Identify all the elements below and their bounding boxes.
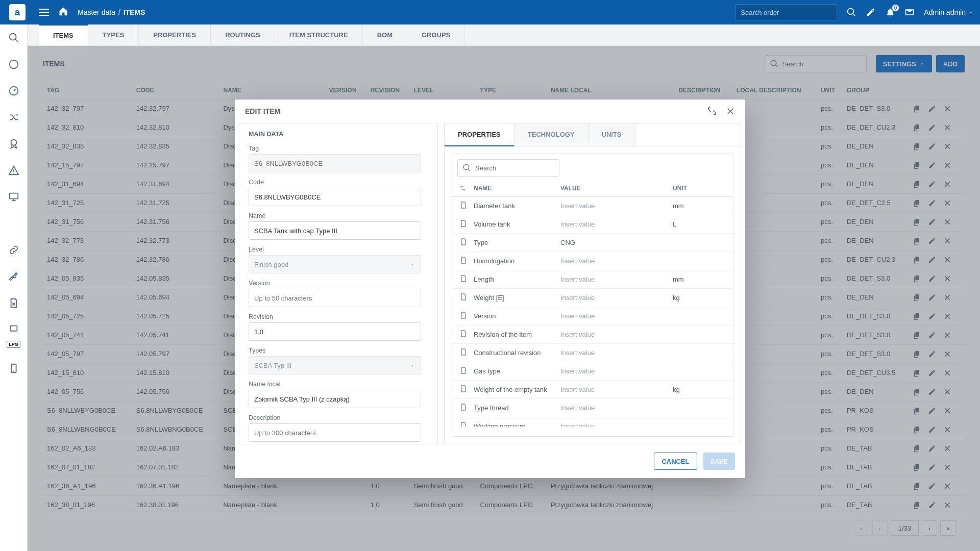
property-row[interactable]: Volume tankInsert valueL xyxy=(452,215,733,234)
rail-circle-icon[interactable] xyxy=(8,58,20,70)
namelocal-input[interactable] xyxy=(249,390,421,408)
property-row[interactable]: VersionInsert value xyxy=(452,307,733,325)
breadcrumb-current: ITEMS xyxy=(124,8,145,16)
level-select[interactable]: Finish good xyxy=(249,255,421,273)
mail-icon[interactable] xyxy=(904,7,915,17)
svg-point-2 xyxy=(9,60,18,69)
level-label: Level xyxy=(249,246,421,253)
file-icon xyxy=(459,256,468,264)
rail-award-icon[interactable] xyxy=(8,138,20,150)
prop-header-value: VALUE xyxy=(560,185,673,193)
property-row[interactable]: Gas typeInsert value xyxy=(452,362,733,381)
tab-item-structure[interactable]: ITEM STRUCTURE xyxy=(275,24,363,45)
rail-monitor-icon[interactable] xyxy=(8,191,20,203)
svg-rect-7 xyxy=(9,193,18,199)
rail-alert-icon[interactable] xyxy=(8,164,20,177)
file-icon xyxy=(459,238,468,246)
tab-bom[interactable]: BOM xyxy=(363,24,407,45)
rail-shuffle-icon[interactable] xyxy=(8,111,20,123)
property-row[interactable]: Weight of the empty tankInsert valuekg xyxy=(452,381,733,399)
property-row[interactable]: Type threadInsert value xyxy=(452,399,733,417)
notification-badge: 0 xyxy=(892,4,900,12)
prop-header-name: NAME xyxy=(474,185,560,193)
expand-all-icon[interactable] xyxy=(459,185,474,193)
file-icon xyxy=(459,366,468,374)
tag-label: Tag xyxy=(249,145,421,152)
menu-toggle[interactable] xyxy=(39,9,49,16)
notification-icon[interactable]: 0 xyxy=(885,7,895,17)
property-row[interactable]: Revision of the itemInsert value xyxy=(452,325,733,344)
edit-item-modal: EDIT ITEM MAIN DATA Tag Code Name Level … xyxy=(235,99,745,478)
property-row[interactable]: Weight [E]Insert valuekg xyxy=(452,289,733,307)
tab-properties[interactable]: PROPERTIES xyxy=(445,123,514,146)
namelocal-label: Name local xyxy=(249,381,421,388)
search-order-input[interactable] xyxy=(735,4,837,20)
rail-link-icon[interactable] xyxy=(8,244,20,256)
property-row[interactable]: TypeCNG xyxy=(452,234,733,252)
file-icon xyxy=(459,348,468,356)
close-icon[interactable] xyxy=(726,107,735,116)
user-menu[interactable]: Admin admin xyxy=(924,8,974,16)
code-label: Code xyxy=(249,179,421,186)
app-logo[interactable]: a xyxy=(9,4,26,20)
property-row[interactable]: Working pressureInsert value xyxy=(452,417,733,427)
modal-title: EDIT ITEM xyxy=(245,107,280,115)
name-input[interactable] xyxy=(249,221,421,240)
version-label: Version xyxy=(249,280,421,287)
file-icon xyxy=(459,330,468,338)
expand-icon[interactable] xyxy=(707,107,717,116)
property-search-input[interactable] xyxy=(457,159,559,177)
rail-lpg-icon[interactable] xyxy=(8,323,20,336)
version-input[interactable] xyxy=(249,289,421,307)
description-label: Description xyxy=(249,414,421,421)
tab-items[interactable]: ITEMS xyxy=(39,24,88,45)
tab-types[interactable]: TYPES xyxy=(88,24,139,45)
cancel-button[interactable]: CANCEL xyxy=(654,453,697,470)
types-label: Types xyxy=(249,347,421,354)
breadcrumb: Master data / ITEMS xyxy=(78,8,145,16)
save-button[interactable]: SAVE xyxy=(703,453,735,470)
rail-gauge-icon[interactable] xyxy=(8,85,20,97)
revision-label: Revision xyxy=(249,313,421,320)
description-input[interactable] xyxy=(249,423,421,442)
rail-search-icon[interactable] xyxy=(8,32,20,44)
file-icon xyxy=(459,219,468,228)
svg-point-0 xyxy=(9,34,16,40)
file-icon xyxy=(459,274,468,283)
tab-routings[interactable]: ROUTINGS xyxy=(211,24,275,45)
tab-units[interactable]: UNITS xyxy=(589,123,635,146)
property-row[interactable]: LengthInsert valuemm xyxy=(452,270,733,289)
tab-properties[interactable]: PROPERTIES xyxy=(139,24,211,45)
edit-icon[interactable] xyxy=(866,7,876,17)
types-select[interactable]: SCBA Typ III xyxy=(249,356,421,374)
property-row[interactable]: HomologationInsert value xyxy=(452,252,733,270)
name-label: Name xyxy=(249,212,421,219)
breadcrumb-parent[interactable]: Master data xyxy=(78,8,115,16)
file-icon xyxy=(459,311,468,319)
code-input[interactable] xyxy=(249,188,421,206)
svg-rect-15 xyxy=(10,326,17,331)
file-icon xyxy=(459,293,468,301)
file-icon xyxy=(459,385,468,393)
svg-point-4 xyxy=(11,140,16,145)
home-icon[interactable] xyxy=(58,6,68,18)
file-icon xyxy=(459,201,468,209)
rail-mobile-icon[interactable] xyxy=(8,362,20,374)
revision-input[interactable] xyxy=(249,322,421,341)
search-icon[interactable] xyxy=(846,7,856,17)
tab-technology[interactable]: TECHNOLOGY xyxy=(514,123,589,146)
main-data-title: MAIN DATA xyxy=(249,131,432,138)
file-icon xyxy=(459,403,468,411)
svg-line-1 xyxy=(15,39,18,42)
tab-groups[interactable]: GROUPS xyxy=(407,24,465,45)
file-icon xyxy=(459,421,468,427)
rail-file-x-icon[interactable] xyxy=(8,297,20,309)
rail-lpg-label: LPG xyxy=(7,341,20,348)
rail-wrench-icon[interactable] xyxy=(8,270,20,283)
property-row[interactable]: Diameter tankInsert valuemm xyxy=(452,197,733,215)
property-row[interactable]: Constructional revisionInsert value xyxy=(452,344,733,362)
rail-document-icon[interactable] xyxy=(8,217,20,230)
prop-header-unit: UNIT xyxy=(673,185,726,193)
search-icon xyxy=(462,163,472,172)
tag-input xyxy=(249,154,421,172)
